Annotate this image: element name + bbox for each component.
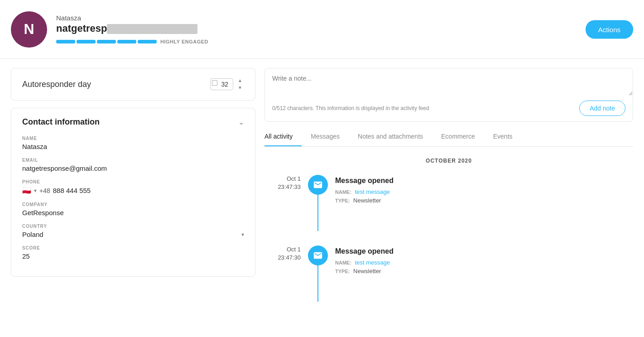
bar-segment-1 <box>56 40 75 43</box>
score-value: 25 <box>22 252 244 260</box>
activity-icon-wrapper-2 <box>308 246 328 302</box>
activity-date-1: Oct 1 <box>264 175 301 183</box>
activity-type-1: TYPE: Newsletter <box>335 197 633 204</box>
message-opened-icon-1 <box>308 175 328 195</box>
email-value: natgetresponse@gmail.com <box>22 164 244 172</box>
country-dropdown-arrow[interactable]: ▾ <box>241 231 244 238</box>
field-score: SCORE 25 <box>22 246 244 260</box>
score-label: SCORE <box>22 246 244 250</box>
activity-line-2 <box>317 265 318 302</box>
contact-info-card: Contact information ⌄ NAME Natasza EMAIL… <box>11 108 255 277</box>
contact-email: natgetresp <box>56 23 633 34</box>
activity-content-2: Message opened NAME: test message TYPE: … <box>335 246 633 276</box>
country-label: COUNTRY <box>22 224 244 229</box>
name-detail-link-1[interactable]: test message <box>355 188 390 195</box>
field-company: COMPANY GetResponse <box>22 202 244 217</box>
company-label: COMPANY <box>22 202 244 207</box>
phone-number: 888 444 555 <box>53 187 91 194</box>
bar-segment-2 <box>77 40 96 43</box>
month-label: OCTOBER 2020 <box>264 158 633 164</box>
autoresponder-card: Autoresponder day 32 ▲ ▼ <box>11 68 255 101</box>
bar-segments <box>56 40 157 43</box>
spinner-down[interactable]: ▼ <box>236 85 244 91</box>
phone-label: PHONE <box>22 179 244 184</box>
main-content: Autoresponder day 32 ▲ ▼ Contact informa… <box>0 59 644 325</box>
name-label: NAME <box>22 136 244 141</box>
day-value: 32 <box>221 81 229 88</box>
email-visible-part: natgetresp <box>56 23 107 34</box>
activity-time-2: Oct 1 23:47:30 <box>264 246 301 262</box>
avatar-letter: N <box>24 21 34 38</box>
note-char-count: 0/512 characters. This information is di… <box>272 105 429 111</box>
spinners: ▲ ▼ <box>236 77 244 91</box>
phone-flag-dropdown[interactable]: ▾ <box>34 188 37 194</box>
type-detail-label-1: TYPE: <box>335 198 350 203</box>
engagement-bar: HIGHLY ENGAGED <box>56 39 633 44</box>
left-panel: Autoresponder day 32 ▲ ▼ Contact informa… <box>11 68 255 316</box>
activity-item: Oct 1 23:47:33 Message opened NAME: test… <box>264 175 633 231</box>
field-phone: PHONE 🇵🇱 ▾ +48 888 444 555 <box>22 179 244 195</box>
contact-header: N Natasza natgetresp HIGHLY ENGAGED Acti… <box>0 0 644 59</box>
activity-time-val-2: 23:47:30 <box>264 254 301 262</box>
email-blurred-part <box>107 24 197 34</box>
header-info: Natasza natgetresp HIGHLY ENGAGED <box>56 14 633 44</box>
name-value: Natasza <box>22 143 244 150</box>
name-detail-label-1: NAME: <box>335 189 351 195</box>
activity-name-2: NAME: test message <box>335 259 633 266</box>
note-footer: 0/512 characters. This information is di… <box>265 97 633 121</box>
activity-name-1: NAME: test message <box>335 188 633 195</box>
collapse-icon[interactable]: ⌄ <box>238 118 244 126</box>
country-value: Poland <box>22 231 240 238</box>
activity-item-2: Oct 1 23:47:30 Message opened NAME: test… <box>264 246 633 302</box>
activity-date-2: Oct 1 <box>264 246 301 254</box>
type-detail-value-1: Newsletter <box>353 197 381 204</box>
bar-segment-3 <box>97 40 116 43</box>
activity-time-1: Oct 1 23:47:33 <box>264 175 301 191</box>
field-email: EMAIL natgetresponse@gmail.com <box>22 158 244 172</box>
note-box: 0/512 characters. This information is di… <box>264 68 633 122</box>
day-control: 32 ▲ ▼ <box>210 77 244 91</box>
email-label: EMAIL <box>22 158 244 163</box>
type-detail-label-2: TYPE: <box>335 269 350 274</box>
day-box: 32 <box>210 78 234 90</box>
contact-card-header: Contact information ⌄ <box>22 117 244 127</box>
bar-segment-4 <box>117 40 136 43</box>
spinner-up[interactable]: ▲ <box>236 77 244 84</box>
activity-icon-wrapper-1 <box>308 175 328 231</box>
tab-ecommerce[interactable]: Ecommerce <box>432 127 484 146</box>
field-country: COUNTRY Poland ▾ <box>22 224 244 238</box>
bar-segment-5 <box>138 40 157 43</box>
tab-messages[interactable]: Messages <box>302 127 349 146</box>
contact-name: Natasza <box>56 14 633 22</box>
actions-button[interactable]: Actions <box>586 20 633 39</box>
company-value: GetResponse <box>22 209 244 217</box>
phone-flag: 🇵🇱 <box>22 186 31 195</box>
activity-tabs: All activity Messages Notes and attachme… <box>264 127 633 147</box>
note-textarea[interactable] <box>265 68 633 96</box>
activity-line-1 <box>317 195 318 231</box>
tab-all-activity[interactable]: All activity <box>264 127 302 146</box>
activity-type-2: TYPE: Newsletter <box>335 268 633 274</box>
right-panel: 0/512 characters. This information is di… <box>264 68 633 316</box>
autoresponder-label: Autoresponder day <box>22 80 203 89</box>
activity-time-val-1: 23:47:33 <box>264 183 301 191</box>
activity-title-1: Message opened <box>335 177 633 185</box>
phone-code: +48 <box>39 187 50 194</box>
engagement-label: HIGHLY ENGAGED <box>160 39 208 44</box>
phone-row: 🇵🇱 ▾ +48 888 444 555 <box>22 186 244 195</box>
name-detail-link-2[interactable]: test message <box>355 259 390 266</box>
contact-card-title: Contact information <box>22 117 100 127</box>
tab-events[interactable]: Events <box>484 127 522 146</box>
activity-title-2: Message opened <box>335 247 633 255</box>
field-name: NAME Natasza <box>22 136 244 150</box>
name-detail-label-2: NAME: <box>335 260 351 265</box>
activity-content-1: Message opened NAME: test message TYPE: … <box>335 175 633 206</box>
type-detail-value-2: Newsletter <box>353 268 381 274</box>
add-note-button[interactable]: Add note <box>579 101 625 116</box>
avatar: N <box>11 11 47 48</box>
tab-notes-attachments[interactable]: Notes and attachments <box>349 127 432 146</box>
country-select-wrapper: Poland ▾ <box>22 231 244 238</box>
message-opened-icon-2 <box>308 246 328 265</box>
